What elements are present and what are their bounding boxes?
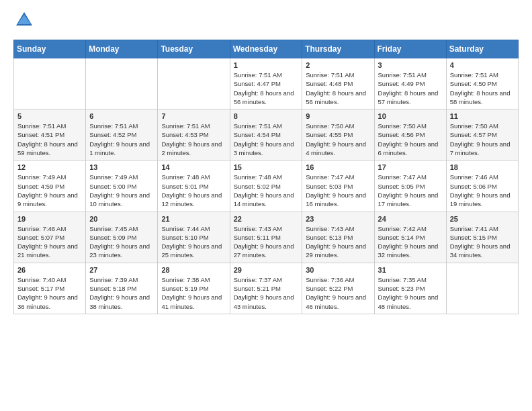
day-number: 17 [378,163,443,171]
calendar-cell: 12Sunrise: 7:49 AMSunset: 4:59 PMDayligh… [14,161,86,212]
calendar-cell: 13Sunrise: 7:49 AMSunset: 5:00 PMDayligh… [86,161,158,212]
logo [13,11,34,33]
calendar-cell: 17Sunrise: 7:47 AMSunset: 5:05 PMDayligh… [374,161,446,212]
calendar-cell [14,58,86,109]
calendar-header-row: SundayMondayTuesdayWednesdayThursdayFrid… [14,40,519,58]
day-info: Sunrise: 7:36 AMSunset: 5:22 PMDaylight:… [306,275,370,311]
day-number: 2 [306,61,370,69]
calendar-cell: 4Sunrise: 7:51 AMSunset: 4:50 PMDaylight… [446,58,518,109]
day-info: Sunrise: 7:51 AMSunset: 4:53 PMDaylight:… [161,122,226,157]
day-info: Sunrise: 7:40 AMSunset: 5:17 PMDaylight:… [17,275,82,311]
calendar-cell: 24Sunrise: 7:42 AMSunset: 5:14 PMDayligh… [374,212,446,263]
calendar-cell: 7Sunrise: 7:51 AMSunset: 4:53 PMDaylight… [158,109,230,161]
svg-marker-1 [17,15,31,24]
weekday-header: Monday [86,40,158,58]
day-number: 9 [306,112,370,120]
calendar-cell: 14Sunrise: 7:48 AMSunset: 5:01 PMDayligh… [158,161,230,212]
day-info: Sunrise: 7:51 AMSunset: 4:50 PMDaylight:… [450,71,515,106]
day-info: Sunrise: 7:46 AMSunset: 5:07 PMDaylight:… [17,224,82,260]
calendar-cell: 26Sunrise: 7:40 AMSunset: 5:17 PMDayligh… [14,263,86,314]
day-number: 6 [89,112,154,120]
day-info: Sunrise: 7:48 AMSunset: 5:01 PMDaylight:… [161,173,226,208]
day-number: 20 [89,215,154,223]
day-number: 28 [161,266,226,274]
day-number: 16 [306,163,370,171]
day-info: Sunrise: 7:44 AMSunset: 5:10 PMDaylight:… [161,224,226,260]
calendar-table: SundayMondayTuesdayWednesdayThursdayFrid… [13,40,519,314]
calendar-cell: 16Sunrise: 7:47 AMSunset: 5:03 PMDayligh… [302,161,374,212]
weekday-header: Sunday [14,40,86,58]
calendar-cell: 28Sunrise: 7:38 AMSunset: 5:19 PMDayligh… [158,263,230,314]
day-info: Sunrise: 7:50 AMSunset: 4:57 PMDaylight:… [450,122,515,157]
calendar-cell: 30Sunrise: 7:36 AMSunset: 5:22 PMDayligh… [302,263,374,314]
weekday-header: Friday [374,40,446,58]
day-info: Sunrise: 7:42 AMSunset: 5:14 PMDaylight:… [378,224,443,260]
day-info: Sunrise: 7:38 AMSunset: 5:19 PMDaylight:… [161,275,226,311]
day-number: 19 [17,215,82,223]
day-info: Sunrise: 7:50 AMSunset: 4:56 PMDaylight:… [378,122,443,157]
calendar-cell: 27Sunrise: 7:39 AMSunset: 5:18 PMDayligh… [86,263,158,314]
day-info: Sunrise: 7:51 AMSunset: 4:47 PMDaylight:… [234,71,299,106]
day-number: 29 [234,266,299,274]
day-info: Sunrise: 7:47 AMSunset: 5:03 PMDaylight:… [306,173,370,208]
calendar-cell: 3Sunrise: 7:51 AMSunset: 4:49 PMDaylight… [374,58,446,109]
calendar-cell [158,58,230,109]
day-info: Sunrise: 7:49 AMSunset: 4:59 PMDaylight:… [17,173,82,208]
weekday-header: Saturday [446,40,518,58]
calendar-cell: 5Sunrise: 7:51 AMSunset: 4:51 PMDaylight… [14,109,86,161]
calendar-cell [86,58,158,109]
day-number: 4 [450,61,515,69]
weekday-header: Thursday [302,40,374,58]
day-info: Sunrise: 7:43 AMSunset: 5:11 PMDaylight:… [234,224,299,260]
day-info: Sunrise: 7:49 AMSunset: 5:00 PMDaylight:… [89,173,154,208]
calendar-week-row: 1Sunrise: 7:51 AMSunset: 4:47 PMDaylight… [14,58,519,109]
calendar-cell: 9Sunrise: 7:50 AMSunset: 4:55 PMDaylight… [302,109,374,161]
calendar-cell: 21Sunrise: 7:44 AMSunset: 5:10 PMDayligh… [158,212,230,263]
weekday-header: Tuesday [158,40,230,58]
page-header [13,11,519,33]
weekday-header: Wednesday [230,40,302,58]
calendar-week-row: 19Sunrise: 7:46 AMSunset: 5:07 PMDayligh… [14,212,519,263]
day-number: 15 [234,163,299,171]
calendar-cell: 29Sunrise: 7:37 AMSunset: 5:21 PMDayligh… [230,263,302,314]
day-number: 14 [161,163,226,171]
day-number: 21 [161,215,226,223]
day-info: Sunrise: 7:51 AMSunset: 4:54 PMDaylight:… [234,122,299,157]
day-info: Sunrise: 7:48 AMSunset: 5:02 PMDaylight:… [234,173,299,208]
calendar-cell: 31Sunrise: 7:35 AMSunset: 5:23 PMDayligh… [374,263,446,314]
day-number: 3 [378,61,443,69]
day-number: 18 [450,163,515,171]
calendar-cell: 20Sunrise: 7:45 AMSunset: 5:09 PMDayligh… [86,212,158,263]
day-info: Sunrise: 7:41 AMSunset: 5:15 PMDaylight:… [450,224,515,260]
day-info: Sunrise: 7:39 AMSunset: 5:18 PMDaylight:… [89,275,154,311]
day-number: 8 [234,112,299,120]
day-info: Sunrise: 7:35 AMSunset: 5:23 PMDaylight:… [378,275,443,311]
day-info: Sunrise: 7:46 AMSunset: 5:06 PMDaylight:… [450,173,515,208]
logo-icon [15,11,34,30]
day-number: 23 [306,215,370,223]
calendar-cell: 18Sunrise: 7:46 AMSunset: 5:06 PMDayligh… [446,161,518,212]
day-number: 13 [89,163,154,171]
day-number: 27 [89,266,154,274]
day-info: Sunrise: 7:50 AMSunset: 4:55 PMDaylight:… [306,122,370,157]
calendar-cell: 11Sunrise: 7:50 AMSunset: 4:57 PMDayligh… [446,109,518,161]
calendar-week-row: 5Sunrise: 7:51 AMSunset: 4:51 PMDaylight… [14,109,519,161]
day-info: Sunrise: 7:43 AMSunset: 5:13 PMDaylight:… [306,224,370,260]
day-number: 31 [378,266,443,274]
day-info: Sunrise: 7:51 AMSunset: 4:49 PMDaylight:… [378,71,443,106]
day-info: Sunrise: 7:37 AMSunset: 5:21 PMDaylight:… [234,275,299,311]
calendar-week-row: 12Sunrise: 7:49 AMSunset: 4:59 PMDayligh… [14,161,519,212]
day-number: 10 [378,112,443,120]
day-info: Sunrise: 7:47 AMSunset: 5:05 PMDaylight:… [378,173,443,208]
day-number: 5 [17,112,82,120]
calendar-cell: 10Sunrise: 7:50 AMSunset: 4:56 PMDayligh… [374,109,446,161]
day-number: 24 [378,215,443,223]
day-number: 1 [234,61,299,69]
calendar-cell [446,263,518,314]
day-number: 26 [17,266,82,274]
day-number: 12 [17,163,82,171]
day-info: Sunrise: 7:45 AMSunset: 5:09 PMDaylight:… [89,224,154,260]
logo-text [13,11,34,33]
calendar-cell: 22Sunrise: 7:43 AMSunset: 5:11 PMDayligh… [230,212,302,263]
day-number: 30 [306,266,370,274]
